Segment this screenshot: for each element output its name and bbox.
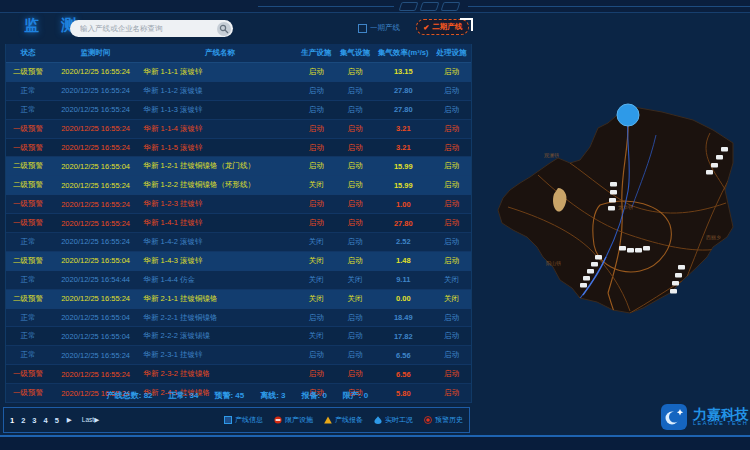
treatment-facility-cell: 启动: [432, 161, 471, 171]
district-map[interactable]: 观澜镇 龙华镇 西丽乡 阳山镇: [480, 55, 750, 400]
col-time: 监测时间: [50, 48, 142, 58]
table-row[interactable]: 二级预警 2020/12/25 16:55:04 华新 1-4-3 滚镀锌 关闭…: [6, 252, 471, 271]
summary-normal: 正常: 34: [169, 390, 199, 401]
table-row[interactable]: 二级预警 2020/12/25 16:55:24 华新 1-1-1 滚镀锌 启动…: [6, 63, 471, 82]
legend-line-report[interactable]: 产线报备: [324, 415, 363, 425]
table-row[interactable]: 一级预警 2020/12/25 16:55:24 华新 2-3-2 挂镀镍铬 启…: [6, 365, 471, 384]
treatment-facility-cell: 启动: [432, 143, 471, 153]
time-cell: 2020/12/25 16:55:24: [50, 86, 142, 95]
status-cell: 正常: [6, 313, 50, 323]
gas-facility-cell: 启动: [336, 369, 375, 379]
gas-efficiency-cell: 15.99: [374, 181, 432, 190]
search-icon[interactable]: [217, 22, 231, 36]
district-boundary: [498, 106, 733, 313]
table-row[interactable]: 一级预警 2020/12/25 16:55:24 华新 1-4-1 挂镀锌 启动…: [6, 214, 471, 233]
gas-facility-cell: 启动: [336, 218, 375, 228]
legend-limit-facility[interactable]: 限产设施: [274, 415, 313, 425]
search-input[interactable]: [70, 24, 217, 33]
table-row[interactable]: 正常 2020/12/25 16:55:24 华新 1-1-2 滚镀镍 启动 启…: [6, 82, 471, 101]
status-cell: 一级预警: [6, 199, 50, 209]
table-row[interactable]: 正常 2020/12/25 16:55:24 华新 1-1-3 滚镀锌 启动 启…: [6, 101, 471, 120]
gas-facility-cell: 启动: [336, 331, 375, 341]
filter-phase2-label: 二期产线: [432, 22, 462, 32]
gas-efficiency-cell: 6.56: [374, 370, 432, 379]
status-cell: 一级预警: [6, 218, 50, 228]
page-button[interactable]: 4: [44, 416, 48, 425]
gas-facility-cell: 启动: [336, 237, 375, 247]
time-cell: 2020/12/25 16:55:24: [50, 67, 142, 76]
time-cell: 2020/12/25 16:55:24: [50, 124, 142, 133]
treatment-facility-cell: 启动: [432, 218, 471, 228]
legend-realtime-condition[interactable]: 实时工况: [374, 415, 413, 425]
page-button[interactable]: 1: [10, 416, 14, 425]
page-button[interactable]: 2: [21, 416, 25, 425]
time-cell: 2020/12/25 16:55:04: [50, 313, 142, 322]
table-row[interactable]: 二级预警 2020/12/25 16:55:04 华新 1-2-1 挂镀铜镍铬（…: [6, 157, 471, 176]
pagination-next-button[interactable]: ▶: [67, 416, 72, 424]
deco-shape: [441, 2, 461, 11]
time-cell: 2020/12/25 16:55:24: [50, 237, 142, 246]
table-row[interactable]: 二级预警 2020/12/25 16:55:24 华新 1-2-2 挂镀铜镍铬（…: [6, 176, 471, 195]
line-name-cell: 华新 2-2-2 滚镀锡镍: [141, 331, 296, 341]
line-name-cell: 华新 1-2-3 挂镀锌: [141, 199, 296, 209]
line-name-cell: 华新 2-3-1 挂镀锌: [141, 350, 296, 360]
treatment-facility-cell: 启动: [432, 105, 471, 115]
table-row[interactable]: 正常 2020/12/25 16:54:44 华新 1-4-4 仿金 关闭 关闭…: [6, 271, 471, 290]
gas-efficiency-cell: 27.80: [374, 105, 432, 114]
table-header-row: 状态 监测时间 产线名称 生产设施 集气设施 集气效率(m³/s) 处理设施: [6, 44, 471, 63]
status-cell: 二级预警: [6, 294, 50, 304]
production-facility-cell: 启动: [297, 67, 336, 77]
gas-efficiency-cell: 1.00: [374, 200, 432, 209]
status-cell: 正常: [6, 86, 50, 96]
pagination-last-button[interactable]: Last▶: [82, 416, 99, 424]
table-row[interactable]: 正常 2020/12/25 16:55:04 华新 2-2-1 挂镀铜镍铬 启动…: [6, 309, 471, 328]
status-cell: 一级预警: [6, 369, 50, 379]
gas-facility-cell: 启动: [336, 105, 375, 115]
summary-bar: 产线总数: 82 正常: 34 预警: 45 离线: 3 报备: 0 限产: 0: [5, 386, 470, 404]
line-name-cell: 华新 1-4-4 仿金: [141, 275, 296, 285]
line-name-cell: 华新 1-4-1 挂镀锌: [141, 218, 296, 228]
gas-facility-cell: 启动: [336, 180, 375, 190]
table-row[interactable]: 一级预警 2020/12/25 16:55:24 华新 1-1-4 滚镀锌 启动…: [6, 120, 471, 139]
line-name-cell: 华新 1-4-2 滚镀锌: [141, 237, 296, 247]
line-name-cell: 华新 1-1-3 滚镀锌: [141, 105, 296, 115]
table-row[interactable]: 二级预警 2020/12/25 16:55:24 华新 2-1-1 挂镀铜镍铬 …: [6, 290, 471, 309]
legend-alarm-history[interactable]: 预警历史: [424, 415, 463, 425]
table-row[interactable]: 正常 2020/12/25 16:55:24 华新 1-4-2 滚镀锌 关闭 启…: [6, 233, 471, 252]
production-facility-cell: 关闭: [297, 180, 336, 190]
gas-efficiency-cell: 6.56: [374, 351, 432, 360]
table-row[interactable]: 一级预警 2020/12/25 16:55:24 华新 1-2-3 挂镀锌 启动…: [6, 195, 471, 214]
page-button[interactable]: 5: [55, 416, 59, 425]
time-cell: 2020/12/25 16:55:24: [50, 351, 142, 360]
production-facility-cell: 关闭: [297, 275, 336, 285]
filter-phase1-checkbox[interactable]: 一期产线: [358, 23, 400, 33]
table-row[interactable]: 正常 2020/12/25 16:55:04 华新 2-2-2 滚镀锡镍 关闭 …: [6, 327, 471, 346]
production-facility-cell: 启动: [297, 105, 336, 115]
legend-line-info[interactable]: 产线信息: [224, 415, 263, 425]
pagination-pages: 12345: [4, 416, 59, 425]
time-cell: 2020/12/25 16:54:44: [50, 275, 142, 284]
map-blue-marker[interactable]: [617, 104, 639, 126]
info-square-icon: [224, 416, 232, 424]
table-body: 二级预警 2020/12/25 16:55:24 华新 1-1-1 滚镀锌 启动…: [6, 63, 471, 403]
page-button[interactable]: 3: [32, 416, 36, 425]
col-production: 生产设施: [297, 48, 336, 58]
treatment-facility-cell: 启动: [432, 313, 471, 323]
gas-facility-cell: 启动: [336, 143, 375, 153]
line-name-cell: 华新 1-2-2 挂镀铜镍铬（环形线）: [141, 180, 296, 190]
gas-efficiency-cell: 27.80: [374, 86, 432, 95]
gas-facility-cell: 启动: [336, 161, 375, 171]
col-treatment: 处理设施: [432, 48, 471, 58]
line-name-cell: 华新 1-1-2 滚镀镍: [141, 86, 296, 96]
table-row[interactable]: 正常 2020/12/25 16:55:24 华新 2-3-1 挂镀锌 启动 启…: [6, 346, 471, 365]
logo-name: 力嘉科技: [693, 407, 749, 422]
production-facility-cell: 启动: [297, 313, 336, 323]
top-decoration-strip: [0, 0, 750, 13]
status-cell: 二级预警: [6, 161, 50, 171]
status-cell: 一级预警: [6, 124, 50, 134]
table-row[interactable]: 一级预警 2020/12/25 16:55:24 华新 1-1-5 滚镀锌 启动…: [6, 139, 471, 158]
realtime-drop-icon: [374, 416, 382, 424]
corner-bracket-decoration: [460, 18, 473, 31]
status-cell: 二级预警: [6, 256, 50, 266]
production-facility-cell: 启动: [297, 124, 336, 134]
